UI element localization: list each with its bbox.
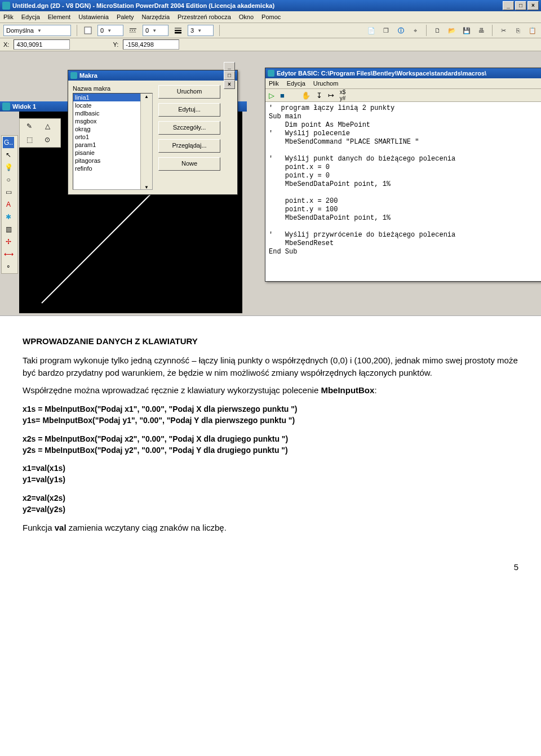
app-icon [2,2,10,10]
layers-icon[interactable]: ❐ [381,25,391,35]
paragraph: Funkcja val zamienia wczytany ciąg znakó… [23,522,518,534]
view-icon [2,103,10,110]
listbox-scrollbar[interactable]: ▲▼ [140,94,152,190]
close-button[interactable]: × [527,1,539,10]
basic-icon [268,70,274,77]
y-field[interactable]: -158,4298 [123,39,179,50]
macro-listbox[interactable]: linia1 locate mdlbasic msgbox okrąg orto… [73,93,153,190]
new-button[interactable]: Nowe [158,157,220,171]
menu-okno[interactable]: Okno [239,14,254,20]
basic-menu-plik[interactable]: Plik [269,80,279,87]
t2-4-icon[interactable]: ⊙ [39,134,56,146]
run-button[interactable]: Uruchom [158,85,220,99]
macros-max-button[interactable]: □ [224,71,235,80]
page-number: 5 [0,562,541,583]
macro-name-label: Nazwa makra [73,85,153,92]
app-titlebar: Untitled.dgn (2D - V8 DGN) - MicroStatio… [0,0,541,11]
vars-icon[interactable]: x$y# [340,89,346,101]
basic-titlebar: Edytor BASIC: C:\Program Files\Bentley\W… [265,68,541,78]
rect-icon[interactable]: ▭ [3,186,14,198]
t2-1-icon[interactable]: ✎ [21,120,38,132]
document-body: WPROWADZANIE DANYCH Z KLAWIATURY Taki pr… [0,316,541,562]
run-icon[interactable]: ▷ [269,91,274,100]
x-label: X: [3,41,9,48]
macros-titlebar: Makra _ □ × [68,70,237,81]
code-editor[interactable]: ' program łączy linią 2 punkty Sub main … [265,102,541,281]
basic-toolbar: ▷ ■ ✋ ↧ ↦ x$y# [265,89,541,102]
stop-icon[interactable]: ■ [280,91,285,100]
copy-icon[interactable]: ⎘ [513,25,523,35]
paste-icon[interactable]: 📋 [527,25,538,35]
linestyle-combo[interactable]: 0▼ [143,25,168,36]
bold-term: val [55,523,66,532]
level-combo[interactable]: Domyślna▼ [3,25,71,36]
code-block: x1=val(x1s) y1=val(y1s) [23,463,518,486]
view-title: Widok 1 [12,103,36,110]
menu-pomoc[interactable]: Pomoc [261,14,281,20]
hand-icon[interactable]: ✋ [301,91,311,100]
move-icon[interactable]: ✢ [3,236,14,247]
y-label: Y: [113,41,118,48]
dim-icon[interactable]: ⟷ [3,248,14,260]
extra-icon[interactable]: ∘ [3,261,14,272]
star-icon[interactable]: ✱ [3,211,14,223]
app-title: Untitled.dgn (2D - V8 DGN) - MicroStatio… [12,2,274,9]
basic-menu-uruchom[interactable]: Uruchom [313,80,339,87]
new-icon[interactable]: 🗋 [432,25,442,35]
side-toolbar: G.. ↖ 💡 ○ ▭ A ✱ ▥ ✢ ⟷ ∘ [1,135,18,274]
basic-menubar: Plik Edycja Uruchom [265,78,541,89]
basic-menu-edycja[interactable]: Edycja [287,80,305,87]
macros-title: Makra [79,72,97,79]
menubar: Plik Edycja Element Ustawienia Palety Na… [0,11,541,23]
x-field[interactable]: 430,9091 [14,39,70,50]
bulb-icon[interactable]: 💡 [3,162,14,173]
menu-plik[interactable]: Plik [3,14,14,20]
lineweight-icon[interactable] [173,25,183,35]
main-toolbar: Domyślna▼ 0▼ 0▼ 3▼ 📄 ❐ ⓘ ⌖ 🗋 📂 💾 🖶 ✂ ⎘ 📋 [0,23,541,38]
menu-narzedzia[interactable]: Narzędzia [142,14,170,20]
t2-3-icon[interactable]: ⬚ [21,134,38,146]
hatch-icon[interactable]: ▥ [3,224,14,235]
arrow-icon[interactable]: ↖ [3,149,14,161]
bold-term: MbeInputBox [321,385,374,395]
coord-bar: X: 430,9091 Y: -158,4298 [0,38,541,51]
text-icon[interactable]: A [3,199,14,210]
save-icon[interactable]: 💾 [462,25,472,35]
paragraph: Taki program wykonuje tylko jedną czynno… [23,354,518,379]
menu-element[interactable]: Element [48,14,70,20]
info-icon[interactable]: ⓘ [396,25,406,35]
macros-icon [70,72,77,79]
code-block: x2=val(x2s) y2=val(y2s) [23,492,518,515]
menu-ustawienia[interactable]: Ustawienia [78,14,109,20]
target-icon[interactable]: ⌖ [410,25,420,35]
t2-2-icon[interactable]: △ [39,120,56,132]
circle-icon[interactable]: ○ [3,174,14,185]
lineweight-combo[interactable]: 3▼ [188,25,214,36]
macros-close-button[interactable]: × [224,80,235,89]
open-icon[interactable]: 📂 [447,25,457,35]
tool-icon[interactable]: 📄 [366,25,376,35]
maximize-button[interactable]: □ [515,1,526,10]
step-over-icon[interactable]: ↦ [328,91,334,100]
menu-palety[interactable]: Palety [117,14,134,20]
svg-rect-0 [85,27,91,34]
color-combo[interactable]: 0▼ [97,25,123,36]
secondary-toolbar: ✎ △ ⬚ ⊙ [19,118,61,148]
color-swatch[interactable] [83,25,93,35]
cut-icon[interactable]: ✂ [498,25,508,35]
print-icon[interactable]: 🖶 [476,25,486,35]
edit-button[interactable]: Edytuj... [158,103,220,117]
tool-g-icon[interactable]: G.. [3,137,14,148]
linestyle-icon[interactable] [128,25,138,35]
paragraph: Współrzędne można wprowadzać ręcznie z k… [23,384,518,397]
browse-button[interactable]: Przeglądaj... [158,139,220,153]
details-button[interactable]: Szczegóły... [158,121,220,135]
minimize-button[interactable]: _ [503,1,514,10]
menu-przestrzen[interactable]: Przestrzeń robocza [178,14,231,20]
macros-min-button[interactable]: _ [224,62,235,71]
screenshot-region: Untitled.dgn (2D - V8 DGN) - MicroStatio… [0,0,541,316]
step-into-icon[interactable]: ↧ [316,91,322,100]
menu-edycja[interactable]: Edycja [21,14,40,20]
code-block: x2s = MbeInputBox("Podaj x2", "0.00", "P… [23,433,518,456]
section-heading: WPROWADZANIE DANYCH Z KLAWIATURY [23,335,518,348]
